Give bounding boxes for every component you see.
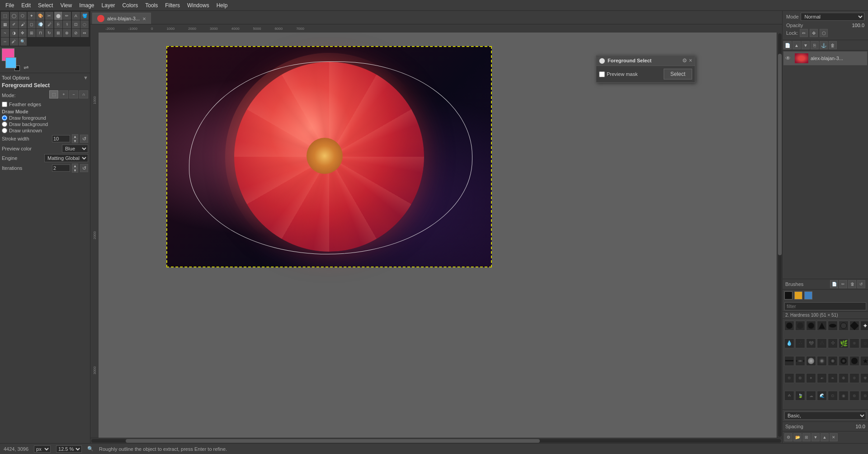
brush-cell-37[interactable]: ⊙	[828, 391, 838, 401]
raise-layer-btn[interactable]: ▲	[793, 41, 801, 49]
brush-cell-7[interactable]	[849, 321, 859, 331]
mode-subtract-btn[interactable]: −	[69, 90, 78, 98]
tool-text[interactable]: A	[72, 12, 80, 20]
brush-delete-btn[interactable]: ✕	[830, 433, 838, 441]
brush-cell-9[interactable]: 💧	[784, 338, 794, 348]
brush-cell-24[interactable]: ★	[860, 356, 868, 366]
brush-cell-25[interactable]: ❊	[784, 373, 794, 383]
tool-scale[interactable]: ⊠	[54, 29, 62, 37]
brush-cell-19[interactable]	[806, 356, 816, 366]
tool-free-select[interactable]: ⬡	[19, 12, 27, 20]
tool-perspective[interactable]: ⊘	[72, 29, 80, 37]
tab-close-btn[interactable]: ×	[142, 15, 146, 22]
swatch-blue[interactable]	[804, 291, 812, 300]
menu-windows[interactable]: Windows	[184, 1, 213, 9]
brush-cell-30[interactable]: ❃	[839, 373, 849, 383]
mode-replace-btn[interactable]: ⬚	[49, 90, 58, 98]
tool-crop[interactable]: ⊓	[36, 29, 44, 37]
lock-position-icon[interactable]: ✥	[810, 29, 818, 37]
tool-move[interactable]: ✥	[19, 29, 27, 37]
tool-airbrush[interactable]: 💨	[36, 20, 44, 28]
menu-select[interactable]: Select	[34, 1, 57, 9]
brush-cell-21[interactable]	[828, 356, 838, 366]
brush-cell-23[interactable]	[849, 356, 859, 366]
brush-cell-31[interactable]: ❈	[849, 373, 859, 383]
brush-cell-33[interactable]: ☘	[784, 391, 794, 401]
tool-blend[interactable]: ▦	[1, 20, 9, 28]
tool-rect-select[interactable]: ⬚	[1, 12, 9, 20]
brush-down-btn[interactable]: ▼	[811, 433, 820, 441]
engine-select[interactable]: Matting Global Matting Levin	[44, 154, 88, 162]
brush-cell-29[interactable]: ❧	[828, 373, 838, 383]
tool-perspective-clone[interactable]: ⊡	[72, 20, 80, 28]
iterations-input[interactable]	[52, 164, 70, 172]
brush-cell-39[interactable]: ⊛	[849, 391, 859, 401]
brush-cell-3[interactable]	[806, 321, 816, 331]
canvas-tab[interactable]: alex-blajan-3... ×	[92, 13, 151, 24]
draw-foreground-radio[interactable]	[2, 115, 7, 121]
menu-filters[interactable]: Filters	[161, 1, 184, 9]
tool-dodge-burn[interactable]: ◑	[10, 29, 18, 37]
tool-options-collapse[interactable]: ▼	[83, 75, 88, 80]
horizontal-scrollbar[interactable]	[90, 438, 782, 443]
layer-item[interactable]: 👁 alex-blajan-3...	[783, 51, 867, 66]
preview-mask-checkbox[interactable]	[599, 71, 605, 77]
lower-layer-btn[interactable]: ▼	[802, 41, 810, 49]
lock-alpha-icon[interactable]: ⬡	[820, 29, 828, 37]
brush-cell-17[interactable]	[784, 356, 794, 366]
draw-background-radio[interactable]	[2, 122, 7, 127]
tool-smudge[interactable]: ~	[1, 29, 9, 37]
brush-open-btn[interactable]: 📂	[793, 433, 802, 441]
preview-color-select[interactable]: Blue Red Green Yellow	[62, 145, 88, 153]
stroke-width-reset[interactable]: ↺	[80, 135, 88, 143]
background-color-swatch[interactable]	[5, 57, 16, 68]
brush-cell-28[interactable]: ☙	[817, 373, 827, 383]
tool-shear[interactable]: ⊗	[63, 29, 71, 37]
tool-by-color-select[interactable]: 🎨	[36, 12, 44, 20]
tool-eraser[interactable]: ◻	[28, 20, 36, 28]
tool-paths[interactable]: ✏	[63, 12, 71, 20]
canvas-viewport[interactable]: ⬤ Foreground Select ⚙ × Preview m	[99, 33, 777, 438]
brush-cell-34[interactable]: 🍃	[795, 391, 805, 401]
iterations-down[interactable]: ▼	[72, 168, 78, 173]
brush-cell-18[interactable]	[795, 356, 805, 366]
stroke-width-up[interactable]: ▲	[72, 134, 78, 139]
unit-select[interactable]: px in cm	[34, 445, 51, 453]
tool-ellipse-select[interactable]: ◯	[10, 12, 18, 20]
brush-cell-15[interactable]: ❋	[849, 338, 859, 348]
tool-flip[interactable]: ⇔	[80, 29, 89, 37]
duplicate-layer-btn[interactable]: ⎘	[811, 41, 819, 49]
menu-help[interactable]: Help	[213, 1, 231, 9]
brush-cell-36[interactable]: 🌊	[817, 391, 827, 401]
tool-zoom[interactable]: 🔍	[19, 37, 27, 46]
new-brush-btn[interactable]: 📄	[830, 280, 838, 288]
brush-up-btn[interactable]: ▲	[821, 433, 829, 441]
swatch-black[interactable]	[784, 291, 793, 300]
fg-select-button[interactable]: Select	[664, 69, 692, 80]
brush-cell-26[interactable]: ❁	[795, 373, 805, 383]
anchor-layer-btn[interactable]: ⚓	[820, 41, 828, 49]
layers-mode-select[interactable]: Normal Multiply Screen	[801, 13, 864, 21]
iterations-reset[interactable]: ↺	[80, 164, 88, 172]
menu-image[interactable]: Image	[75, 1, 98, 9]
brush-cell-14[interactable]: 🌿	[839, 338, 849, 348]
fg-dialog-close-icon[interactable]: ×	[689, 57, 692, 64]
vscroll-track[interactable]	[778, 33, 782, 437]
swatch-yellow[interactable]	[794, 291, 802, 300]
brush-cell-32[interactable]: ✾	[860, 373, 868, 383]
menu-colors[interactable]: Colors	[119, 1, 142, 9]
delete-layer-btn[interactable]: 🗑	[829, 41, 837, 49]
tool-color-picker[interactable]: 🖋	[10, 37, 18, 46]
refresh-brushes-btn[interactable]: ↺	[857, 280, 865, 288]
swap-colors-icon[interactable]: ⇌	[24, 64, 29, 71]
brush-cell-2[interactable]	[795, 321, 805, 331]
brush-cell-35[interactable]: ☁	[806, 391, 816, 401]
mode-add-btn[interactable]: +	[59, 90, 68, 98]
tool-ink[interactable]: 🖊	[45, 20, 53, 28]
brush-cell-8[interactable]: ✦	[860, 321, 868, 331]
tool-blur-sharpen[interactable]: ◌	[80, 20, 89, 28]
hscroll-thumb[interactable]	[126, 439, 540, 443]
menu-file[interactable]: File	[2, 1, 18, 9]
new-layer-btn[interactable]: 📄	[783, 41, 792, 49]
menu-view[interactable]: View	[57, 1, 75, 9]
